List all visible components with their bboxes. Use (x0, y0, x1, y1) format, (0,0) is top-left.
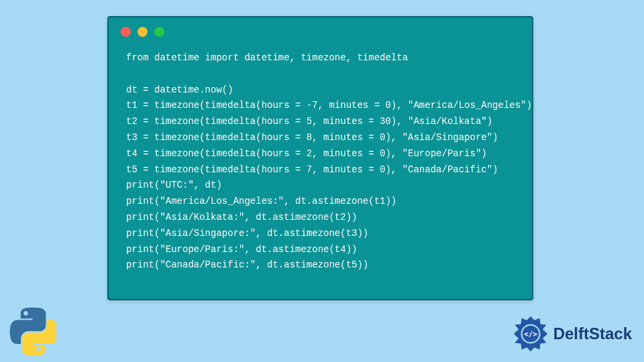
svg-text:</>: </> (524, 330, 537, 339)
brand-name: DelftStack (553, 324, 632, 343)
close-icon (121, 27, 131, 37)
delftstack-mark-icon: </> (512, 315, 549, 353)
python-logo-icon (8, 307, 56, 355)
code-panel: from datetime import datetime, timezone,… (107, 16, 533, 300)
code-block: from datetime import datetime, timezone,… (109, 44, 532, 286)
window-traffic-lights (109, 17, 532, 44)
minimize-icon (138, 27, 148, 37)
maximize-icon (154, 27, 164, 37)
delftstack-logo: </> DelftStack (512, 315, 632, 353)
